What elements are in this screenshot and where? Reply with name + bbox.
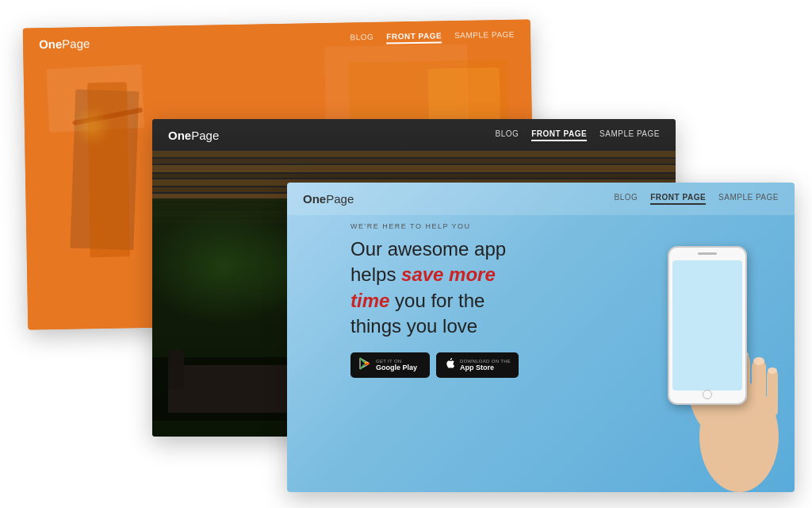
apple-icon bbox=[444, 357, 455, 373]
phone-mockup bbox=[652, 238, 779, 492]
app-store-button[interactable]: Download on the App Store bbox=[436, 352, 519, 378]
card2-nav-sample: SAMPLE PAGE bbox=[599, 129, 660, 141]
phone-body bbox=[668, 246, 747, 405]
google-play-text: GET IT ON Google Play bbox=[376, 359, 417, 371]
phone-home-button bbox=[703, 390, 712, 399]
card3-headline-line1: Our awesome app bbox=[350, 238, 506, 260]
card3-eyebrow: WE'RE HERE TO HELP YOU bbox=[350, 222, 519, 230]
svg-rect-9 bbox=[752, 360, 766, 414]
card3-headline-things: things you love bbox=[350, 315, 477, 337]
card3-nav-frontpage: FRONT PAGE bbox=[650, 193, 706, 205]
card3-nav: BLOG FRONT PAGE SAMPLE PAGE bbox=[614, 193, 779, 205]
card3-logo: OnePage bbox=[303, 192, 354, 206]
google-play-icon bbox=[358, 357, 371, 373]
svg-rect-10 bbox=[767, 369, 778, 417]
card1-logo: OnePage bbox=[39, 37, 90, 51]
scene: OnePage BLOG FRONT PAGE SAMPLE PAGE bbox=[25, 16, 787, 492]
card3-headline-you: you for the bbox=[389, 290, 485, 311]
card3-nav-sample: SAMPLE PAGE bbox=[718, 193, 779, 205]
card1-nav-sample: SAMPLE PAGE bbox=[454, 30, 515, 43]
card2-nav: BLOG FRONT PAGE SAMPLE PAGE bbox=[495, 129, 660, 141]
app-store-text: Download on the App Store bbox=[460, 359, 511, 371]
card1-nav-blog: BLOG bbox=[350, 33, 373, 45]
card2-nav-blog: BLOG bbox=[495, 129, 519, 141]
card3-headline-helps: helps bbox=[350, 264, 401, 285]
google-play-button[interactable]: GET IT ON Google Play bbox=[350, 352, 430, 378]
card2-nav-frontpage: FRONT PAGE bbox=[531, 129, 587, 141]
card-blue: OnePage BLOG FRONT PAGE SAMPLE PAGE WE'R… bbox=[287, 183, 795, 492]
svg-line-3 bbox=[365, 364, 370, 364]
svg-point-14 bbox=[768, 368, 777, 374]
phone-screen bbox=[672, 260, 742, 391]
card3-headline: Our awesome app helps save moretime you … bbox=[350, 237, 519, 340]
card1-nav-frontpage: FRONT PAGE bbox=[386, 31, 442, 44]
svg-point-13 bbox=[753, 357, 764, 365]
card1-nav: BLOG FRONT PAGE SAMPLE PAGE bbox=[350, 30, 515, 45]
phone-speaker bbox=[698, 252, 717, 255]
card2-logo: OnePage bbox=[168, 129, 219, 142]
card3-nav-blog: BLOG bbox=[614, 193, 638, 205]
store-buttons: GET IT ON Google Play Download on the bbox=[350, 352, 519, 378]
card3-main-content: WE'RE HERE TO HELP YOU Our awesome app h… bbox=[350, 222, 519, 378]
